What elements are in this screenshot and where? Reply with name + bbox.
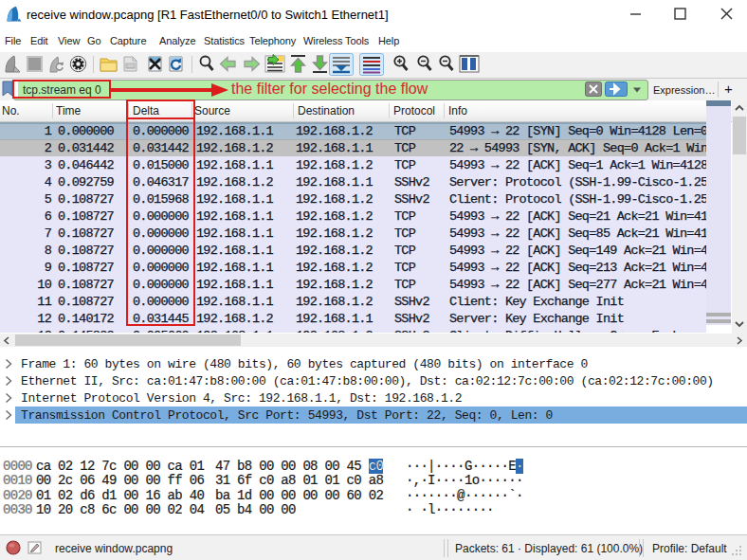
svg-text:010: 010	[127, 64, 135, 69]
